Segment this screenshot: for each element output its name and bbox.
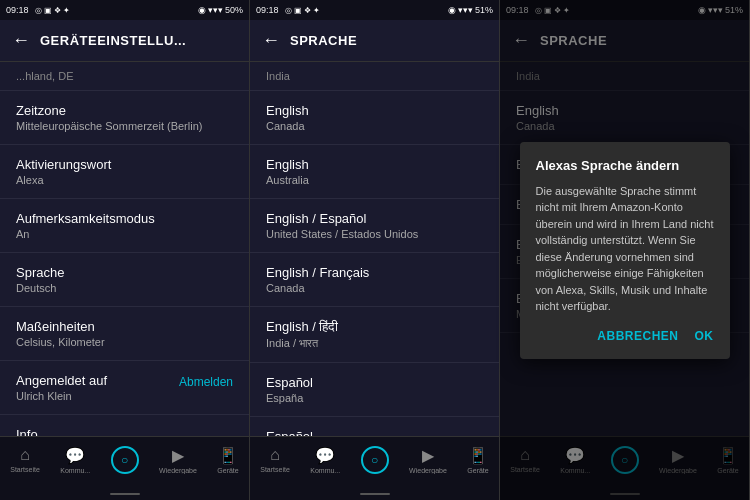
lang-item-espanol-espana[interactable]: Español España: [250, 363, 499, 417]
lang-sub-english-hindi: India / भारत: [266, 337, 483, 350]
nav-play-2[interactable]: ▶ Wiedergabe: [409, 446, 447, 474]
panel2-top-item: India: [250, 62, 499, 91]
alexa-language-dialog: Alexas Sprache ändern Die ausgewählte Sp…: [520, 142, 730, 359]
settings-item-units[interactable]: Maßeinheiten Celsius, Kilometer: [0, 307, 249, 361]
battery-1: 50%: [225, 5, 243, 15]
header-2: ← SPRACHE: [250, 20, 499, 62]
nav-devices-label-2: Geräte: [467, 467, 488, 474]
comm-icon-2: 💬: [315, 446, 335, 465]
nav-play-1[interactable]: ▶ Wiedergabe: [159, 446, 197, 474]
settings-item-sub-activation: Alexa: [16, 174, 233, 186]
status-icons-1: ◎ ▣ ❖ ✦: [35, 6, 71, 15]
settings-item-attention[interactable]: Aufmerksamkeitsmodus An: [0, 199, 249, 253]
play-icon-2: ▶: [422, 446, 434, 465]
gesture-bar-1: [0, 488, 249, 500]
bottom-nav-1: ⌂ Startseite 💬 Kommu... ○ ▶ Wiedergabe 📱…: [0, 436, 249, 488]
lang-main-english-hindi: English / हिंदी: [266, 319, 483, 335]
nav-home-2[interactable]: ⌂ Startseite: [260, 446, 290, 473]
nav-devices-2[interactable]: 📱 Geräte: [467, 446, 488, 474]
settings-item-sub-attention: An: [16, 228, 233, 240]
dialog-cancel-button[interactable]: ABBRECHEN: [597, 329, 678, 343]
status-right-2: ◉ ▾▾▾ 51%: [448, 5, 493, 15]
lang-item-english-canada[interactable]: English Canada: [250, 91, 499, 145]
settings-item-activation[interactable]: Aktivierungswort Alexa: [0, 145, 249, 199]
lang-item-espanol-mexico[interactable]: Español México: [250, 417, 499, 436]
settings-item-info[interactable]: Info: [0, 415, 249, 436]
settings-item-sub-timezone: Mitteleuropäische Sommerzeit (Berlin): [16, 120, 233, 132]
status-left-2: 09:18 ◎ ▣ ❖ ✦: [256, 5, 320, 15]
settings-item-sub-account: Ulrich Klein: [16, 390, 107, 402]
header-1: ← GERÄTEEINSTELLU...: [0, 20, 249, 62]
logout-button[interactable]: Abmelden: [179, 375, 233, 389]
location-icon-1: ◉: [198, 5, 206, 15]
language-list-2: India English Canada English Australia E…: [250, 62, 499, 436]
lang-sub-english-espanol: United States / Estados Unidos: [266, 228, 483, 240]
play-icon-1: ▶: [172, 446, 184, 465]
alexa-button-1[interactable]: ○: [111, 446, 139, 474]
dialog-body: Die ausgewählte Sprache stimmt nicht mit…: [536, 183, 714, 315]
gesture-line-2: [360, 493, 390, 495]
lang-item-english-espanol[interactable]: English / Español United States / Estado…: [250, 199, 499, 253]
home-icon-2: ⌂: [270, 446, 280, 464]
home-icon-1: ⌂: [20, 446, 30, 464]
location-icon-2: ◉: [448, 5, 456, 15]
settings-item-sub-units: Celsius, Kilometer: [16, 336, 233, 348]
panel1-top-item: ...hland, DE: [0, 62, 249, 91]
header-title-1: GERÄTEEINSTELLU...: [40, 33, 237, 48]
settings-item-title-attention: Aufmerksamkeitsmodus: [16, 211, 233, 226]
lang-item-english-hindi[interactable]: English / हिंदी India / भारत: [250, 307, 499, 363]
lang-main-english-canada: English: [266, 103, 483, 118]
nav-home-1[interactable]: ⌂ Startseite: [10, 446, 40, 473]
nav-play-label-1: Wiedergabe: [159, 467, 197, 474]
status-time-2: 09:18: [256, 5, 279, 15]
status-bar-1: 09:18 ◎ ▣ ❖ ✦ ◉ ▾▾▾ 50%: [0, 0, 249, 20]
devices-icon-1: 📱: [218, 446, 238, 465]
settings-item-title-account: Angemeldet auf: [16, 373, 107, 388]
wifi-icon-2: ▾▾▾: [458, 5, 473, 15]
lang-sub-english-francais: Canada: [266, 282, 483, 294]
settings-item-title-units: Maßeinheiten: [16, 319, 233, 334]
lang-sub-espanol-espana: España: [266, 392, 483, 404]
nav-devices-1[interactable]: 📱 Geräte: [217, 446, 238, 474]
settings-list: ...hland, DE Zeitzone Mitteleuropäische …: [0, 62, 249, 436]
nav-comm-label-1: Kommu...: [60, 467, 90, 474]
lang-item-english-francais[interactable]: English / Français Canada: [250, 253, 499, 307]
back-button-1[interactable]: ←: [12, 30, 30, 51]
settings-item-language[interactable]: Sprache Deutsch: [0, 253, 249, 307]
dialog-ok-button[interactable]: OK: [695, 329, 714, 343]
dialog-overlay: Alexas Sprache ändern Die ausgewählte Sp…: [500, 0, 749, 500]
nav-alexa-1[interactable]: ○: [111, 446, 139, 474]
lang-main-english-australia: English: [266, 157, 483, 172]
panel-settings: 09:18 ◎ ▣ ❖ ✦ ◉ ▾▾▾ 50% ← GERÄTEEINSTELL…: [0, 0, 250, 500]
settings-item-title-timezone: Zeitzone: [16, 103, 233, 118]
nav-comm-2[interactable]: 💬 Kommu...: [310, 446, 340, 474]
panel-language-dialog: 09:18 ◎ ▣ ❖ ✦ ◉ ▾▾▾ 51% ← SPRACHE India …: [500, 0, 750, 500]
gesture-line-1: [110, 493, 140, 495]
status-icons-2: ◎ ▣ ❖ ✦: [285, 6, 321, 15]
settings-item-title-language: Sprache: [16, 265, 233, 280]
dialog-title: Alexas Sprache ändern: [536, 158, 714, 173]
wifi-icon-1: ▾▾▾: [208, 5, 223, 15]
status-time-1: 09:18: [6, 5, 29, 15]
alexa-button-2[interactable]: ○: [361, 446, 389, 474]
settings-item-title-activation: Aktivierungswort: [16, 157, 233, 172]
status-bar-2: 09:18 ◎ ▣ ❖ ✦ ◉ ▾▾▾ 51%: [250, 0, 499, 20]
comm-icon-1: 💬: [65, 446, 85, 465]
settings-item-title-info: Info: [16, 427, 233, 436]
header-title-2: SPRACHE: [290, 33, 487, 48]
nav-home-label-2: Startseite: [260, 466, 290, 473]
nav-alexa-2[interactable]: ○: [361, 446, 389, 474]
settings-item-account[interactable]: Angemeldet auf Ulrich Klein Abmelden: [0, 361, 249, 415]
battery-2: 51%: [475, 5, 493, 15]
back-button-2[interactable]: ←: [262, 30, 280, 51]
lang-main-espanol-espana: Español: [266, 375, 483, 390]
status-right-1: ◉ ▾▾▾ 50%: [198, 5, 243, 15]
gesture-bar-2: [250, 488, 499, 500]
settings-item-sub-language: Deutsch: [16, 282, 233, 294]
nav-comm-1[interactable]: 💬 Kommu...: [60, 446, 90, 474]
settings-item-timezone[interactable]: Zeitzone Mitteleuropäische Sommerzeit (B…: [0, 91, 249, 145]
nav-devices-label-1: Geräte: [217, 467, 238, 474]
lang-main-english-espanol: English / Español: [266, 211, 483, 226]
lang-item-english-australia[interactable]: English Australia: [250, 145, 499, 199]
lang-sub-english-australia: Australia: [266, 174, 483, 186]
